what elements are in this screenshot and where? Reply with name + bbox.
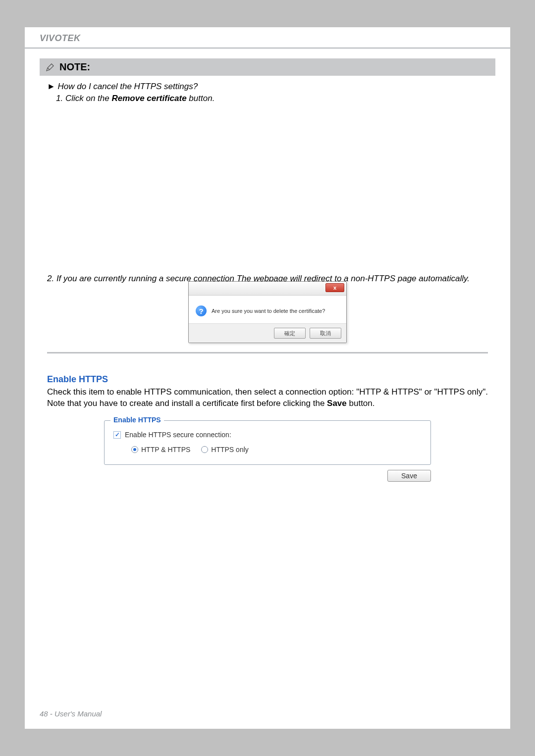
radio-option-http-https[interactable]: HTTP & HTTPS	[131, 446, 190, 454]
fieldset-legend: Enable HTTPS	[110, 416, 164, 424]
screenshot-placeholder	[40, 104, 495, 273]
section-text-prefix: Check this item to enable HTTPS communic…	[47, 387, 488, 408]
save-button[interactable]: Save	[387, 470, 431, 482]
close-button[interactable]: x	[325, 283, 344, 292]
note-step-1: 1. Click on the Remove certificate butto…	[56, 93, 488, 104]
question-icon: ?	[196, 305, 207, 316]
page-footer: 48 - User's Manual	[40, 709, 102, 718]
dialog-buttons: 確定 取消	[189, 323, 346, 343]
connection-mode-radios: HTTP & HTTPS HTTPS only	[131, 446, 422, 454]
section-text-suffix: button.	[347, 399, 375, 408]
note-question: How do I cancel the HTTPS settings?	[58, 82, 198, 91]
enable-https-checkbox-row: ✓ Enable HTTPS secure connection:	[113, 431, 422, 439]
radio-http-https-label: HTTP & HTTPS	[141, 446, 190, 454]
dialog-message: Are you sure you want to delete the cert…	[212, 308, 325, 314]
dialog-body: ? Are you sure you want to delete the ce…	[189, 296, 346, 323]
confirm-dialog: x ? Are you sure you want to delete the …	[188, 281, 347, 343]
dialog-wrap: x ? Are you sure you want to delete the …	[40, 281, 495, 343]
dialog-titlebar: x	[189, 282, 346, 296]
note-question-line: ► How do I cancel the HTTPS settings?	[47, 81, 488, 93]
pencil-icon	[45, 62, 55, 73]
step1-bold: Remove certificate	[111, 94, 186, 103]
radio-option-https-only[interactable]: HTTPS only	[201, 446, 248, 454]
arrow-icon: ►	[47, 82, 55, 91]
cancel-button[interactable]: 取消	[310, 328, 341, 339]
divider	[47, 352, 488, 353]
radio-https-only-label: HTTPS only	[211, 446, 248, 454]
step1-suffix: button.	[187, 94, 215, 103]
enable-https-checkbox[interactable]: ✓	[113, 431, 121, 439]
step1-prefix: 1. Click on the	[56, 94, 111, 103]
note-body: ► How do I cancel the HTTPS settings? 1.…	[40, 76, 495, 104]
page: VIVOTEK NOTE: ► How do I cancel the HTTP…	[25, 27, 510, 729]
ok-button[interactable]: 確定	[274, 328, 306, 339]
brand-label: VIVOTEK	[40, 33, 495, 44]
page-header: VIVOTEK	[25, 27, 510, 49]
save-row: Save	[104, 470, 431, 482]
radio-https-only[interactable]	[201, 446, 208, 453]
enable-https-fieldset: Enable HTTPS ✓ Enable HTTPS secure conne…	[104, 420, 431, 465]
section-text-bold: Save	[327, 399, 347, 408]
radio-http-https[interactable]	[131, 446, 138, 453]
page-content: NOTE: ► How do I cancel the HTTPS settin…	[25, 49, 510, 482]
section-title: Enable HTTPS	[47, 374, 488, 385]
section-text: Check this item to enable HTTPS communic…	[40, 387, 495, 409]
enable-https-checkbox-label: Enable HTTPS secure connection:	[125, 431, 231, 439]
fieldset-wrap: Enable HTTPS ✓ Enable HTTPS secure conne…	[40, 420, 495, 465]
note-title: NOTE:	[59, 61, 90, 73]
note-header: NOTE:	[40, 58, 495, 76]
